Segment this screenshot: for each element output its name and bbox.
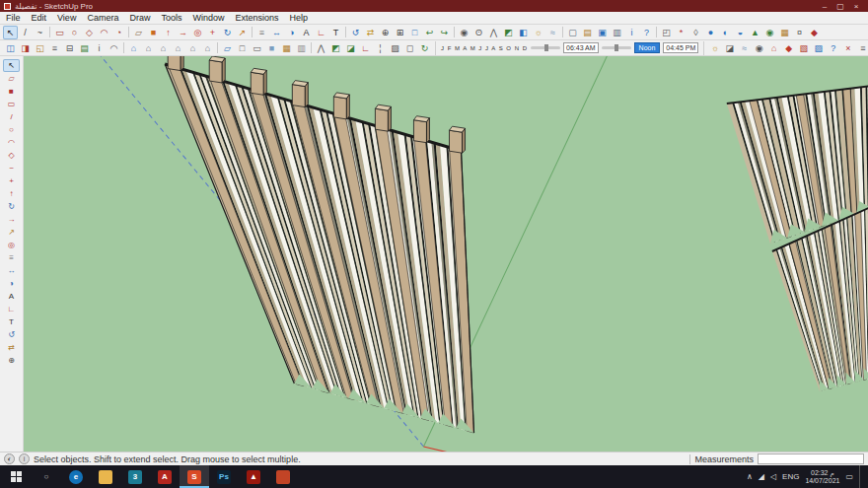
view-shadows-icon[interactable]: ◪: [722, 41, 737, 55]
app-3ds-max[interactable]: 3: [120, 465, 150, 488]
dimension-tool-icon[interactable]: ↔: [3, 264, 20, 277]
model-viewport[interactable]: [24, 56, 868, 452]
extension-warehouse-icon[interactable]: ◆: [781, 41, 796, 55]
menu-item-extensions[interactable]: Extensions: [235, 13, 278, 23]
date-slider-thumb[interactable]: [544, 44, 548, 51]
circle-tool-icon[interactable]: ○: [67, 26, 82, 39]
select-tool-icon[interactable]: ↖: [3, 26, 18, 39]
model-info-icon[interactable]: i: [624, 26, 639, 39]
materials-panel-icon[interactable]: ◨: [18, 41, 33, 55]
follow-me-tool-icon[interactable]: →: [3, 213, 20, 226]
language-indicator[interactable]: ENG: [782, 472, 799, 481]
shaded-mode-icon[interactable]: ■: [264, 41, 279, 55]
style-builder-icon[interactable]: ▨: [811, 41, 826, 55]
shadow-noon-button[interactable]: Noon: [634, 42, 661, 53]
walk-tool-icon[interactable]: ⋀: [486, 26, 501, 39]
circle-tool-icon[interactable]: ○: [3, 123, 20, 136]
rectangle-tool-icon[interactable]: ▭: [52, 26, 67, 39]
network-icon[interactable]: ◢: [759, 472, 764, 481]
taskbar-clock[interactable]: 02:32 م 14/07/2021: [805, 469, 839, 485]
refresh-icon[interactable]: ↻: [417, 41, 432, 55]
tape-measure-icon[interactable]: ≡: [254, 26, 269, 39]
top-view-icon[interactable]: ⌂: [141, 41, 156, 55]
start-button[interactable]: [0, 465, 32, 488]
hidden-geometry-icon[interactable]: ▨: [388, 41, 402, 55]
protractor-tool-icon[interactable]: ◑: [284, 26, 299, 39]
sandbox-icon[interactable]: ▲: [748, 26, 762, 39]
position-camera-icon[interactable]: ◉: [457, 26, 471, 39]
orbit-tool-icon[interactable]: ↺: [348, 26, 363, 39]
look-around-icon[interactable]: ʘ: [471, 26, 486, 39]
shadow-start-time[interactable]: 06:43 AM: [563, 42, 599, 53]
measurements-input[interactable]: [758, 453, 864, 464]
offset-tool-icon[interactable]: ◎: [190, 26, 205, 39]
geolocation-icon[interactable]: ◐: [4, 453, 15, 464]
task-search-button[interactable]: ○: [32, 465, 61, 488]
3d-text-tool-icon[interactable]: T: [328, 26, 343, 39]
line-tool-icon[interactable]: /: [3, 110, 20, 123]
close-button[interactable]: ×: [848, 2, 864, 11]
text-tool-icon[interactable]: A: [3, 290, 20, 303]
action-center-icon[interactable]: ▭: [845, 472, 853, 481]
solid-trim-icon[interactable]: ◒: [733, 26, 748, 39]
new-file-icon[interactable]: ▢: [565, 26, 580, 39]
axes-tool-icon[interactable]: ∟: [3, 303, 20, 315]
app-file-explorer[interactable]: [91, 465, 120, 488]
fog-toggle-icon[interactable]: ≈: [545, 26, 560, 39]
app-browser[interactable]: e: [61, 465, 91, 488]
push-pull-tool-icon[interactable]: ↑: [161, 26, 176, 39]
make-component-icon[interactable]: ◫: [3, 41, 18, 55]
extension-manager-icon[interactable]: ◆: [807, 26, 822, 39]
styles-icon[interactable]: ◧: [516, 26, 531, 39]
print-icon[interactable]: ▥: [610, 26, 624, 39]
app-photoshop[interactable]: Ps: [209, 465, 239, 488]
3d-warehouse-icon[interactable]: ⌂: [766, 41, 781, 55]
zoom-extents-icon[interactable]: □: [407, 26, 422, 39]
zoom-tool-icon[interactable]: ⊕: [3, 354, 20, 367]
iso-view-icon[interactable]: ⌂: [126, 41, 141, 55]
arc-tool-icon[interactable]: ◠: [97, 26, 111, 39]
hidden-line-mode-icon[interactable]: ▭: [250, 41, 264, 55]
scale-tool-icon[interactable]: ↗: [235, 26, 250, 39]
polygon-tool-icon[interactable]: ◇: [82, 26, 97, 39]
menu-item-view[interactable]: View: [57, 13, 76, 23]
app-acrobat[interactable]: ▲: [239, 465, 268, 488]
back-view-icon[interactable]: ⌂: [185, 41, 200, 55]
rotate-tool-icon[interactable]: ↻: [220, 26, 235, 39]
section-display-icon[interactable]: ◩: [328, 41, 343, 55]
add-location-icon[interactable]: ◉: [762, 26, 777, 39]
section-cuts-icon[interactable]: ◪: [343, 41, 358, 55]
credits-icon[interactable]: i: [19, 453, 30, 464]
line-tool-icon[interactable]: /: [18, 26, 33, 39]
components-panel-icon[interactable]: ◱: [33, 41, 47, 55]
unhide-icon[interactable]: ◻: [402, 41, 417, 55]
select-tool-icon[interactable]: ↖: [3, 59, 20, 72]
section-plane-icon[interactable]: ◩: [501, 26, 516, 39]
match-photo-icon[interactable]: ◉: [752, 41, 766, 55]
left-view-icon[interactable]: ⌂: [200, 41, 215, 55]
offset-tool-icon[interactable]: ◎: [3, 239, 20, 251]
follow-me-tool-icon[interactable]: →: [176, 26, 190, 39]
outliner-panel-icon[interactable]: ⊟: [62, 41, 77, 55]
paint-bucket-icon[interactable]: ■: [3, 85, 20, 98]
move-tool-icon[interactable]: +: [3, 174, 20, 187]
layers-panel-icon[interactable]: ≡: [47, 41, 62, 55]
solid-union-icon[interactable]: ●: [703, 26, 718, 39]
explode-icon[interactable]: *: [674, 26, 688, 39]
shadow-end-time[interactable]: 04:45 PM: [663, 42, 698, 53]
app-sketchup[interactable]: S: [180, 465, 209, 488]
pan-tool-icon[interactable]: ⇄: [3, 341, 20, 354]
zoom-window-icon[interactable]: ⊞: [393, 26, 407, 39]
menu-item-draw[interactable]: Draw: [129, 13, 150, 23]
intersect-icon[interactable]: ◊: [688, 26, 703, 39]
orbit-tool-icon[interactable]: ↺: [3, 328, 20, 341]
app-autocad[interactable]: A: [150, 465, 180, 488]
wireframe-mode-icon[interactable]: □: [235, 41, 250, 55]
maximize-button[interactable]: ▢: [832, 2, 848, 11]
help-icon[interactable]: ?: [639, 26, 654, 39]
x-ray-mode-icon[interactable]: ▱: [220, 41, 235, 55]
pie-tool-icon[interactable]: ◔: [111, 26, 126, 39]
volume-icon[interactable]: ◁: [770, 472, 776, 481]
app-red-tool[interactable]: [268, 465, 298, 488]
polygon-tool-icon[interactable]: ◇: [3, 149, 20, 162]
